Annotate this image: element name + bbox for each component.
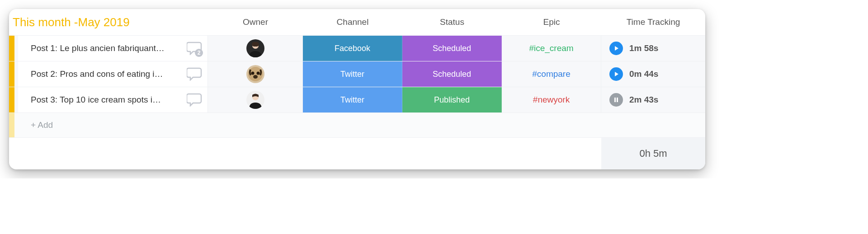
avatar: [246, 91, 264, 109]
channel-label: Twitter: [340, 70, 364, 79]
epic-label: #ice_cream: [529, 43, 573, 53]
owner-cell[interactable]: [208, 61, 303, 87]
avatar: [246, 65, 264, 83]
epic-label: #newyork: [533, 95, 570, 105]
board: This month -May 2019 Owner Channel Statu…: [9, 9, 705, 169]
time-cell: 0m 44s: [601, 61, 705, 87]
avatar: [246, 39, 264, 57]
row-color-bar: [9, 61, 14, 87]
col-header-owner[interactable]: Owner: [208, 17, 303, 27]
channel-label: Facebook: [335, 44, 370, 53]
time-value: 1m 58s: [629, 43, 658, 53]
channel-label: Twitter: [340, 95, 364, 105]
status-cell[interactable]: Published: [402, 87, 502, 112]
time-cell: 1m 58s: [601, 36, 705, 61]
name-cell[interactable]: Post 3: Top 10 ice cream spots i…: [18, 87, 208, 112]
epic-label: #compare: [532, 69, 571, 79]
col-header-time[interactable]: Time Tracking: [601, 17, 705, 27]
chat-icon[interactable]: [187, 66, 202, 82]
table-row[interactable]: Post 1: Le plus ancien fabriquant… 2 Fac…: [9, 35, 705, 61]
time-total: 0h 5m: [601, 138, 705, 169]
epic-cell[interactable]: #newyork: [502, 87, 601, 112]
status-cell[interactable]: Scheduled: [402, 61, 502, 87]
table-row[interactable]: Post 3: Top 10 ice cream spots i… Twitte…: [9, 87, 705, 112]
row-color-bar: [9, 87, 14, 112]
add-row[interactable]: + Add: [9, 112, 705, 138]
time-value: 0m 44s: [629, 69, 658, 79]
play-icon[interactable]: [609, 67, 623, 81]
svg-rect-7: [614, 98, 616, 102]
channel-cell[interactable]: Twitter: [303, 87, 402, 112]
pause-icon[interactable]: [609, 93, 623, 107]
col-header-status[interactable]: Status: [402, 17, 502, 27]
chat-icon[interactable]: [187, 92, 202, 108]
time-cell: 2m 43s: [601, 87, 705, 112]
group-title[interactable]: This month -May 2019: [9, 15, 208, 29]
svg-point-5: [253, 75, 258, 79]
status-label: Scheduled: [433, 70, 471, 79]
item-name: Post 2: Pros and cons of eating i…: [31, 69, 182, 79]
epic-cell[interactable]: #ice_cream: [502, 36, 601, 61]
header-row: This month -May 2019 Owner Channel Statu…: [9, 9, 705, 35]
item-name: Post 3: Top 10 ice cream spots i…: [31, 95, 182, 105]
row-color-bar: [9, 36, 14, 61]
owner-cell[interactable]: [208, 36, 303, 61]
svg-rect-1: [252, 42, 259, 47]
footer-row: 0h 5m: [9, 138, 705, 169]
svg-point-4: [256, 72, 259, 75]
svg-point-3: [251, 72, 254, 75]
table-row[interactable]: Post 2: Pros and cons of eating i… Twitt…: [9, 61, 705, 87]
channel-cell[interactable]: Twitter: [303, 61, 402, 87]
chat-icon[interactable]: 2: [187, 41, 202, 56]
status-label: Scheduled: [433, 44, 471, 53]
col-header-epic[interactable]: Epic: [502, 17, 601, 27]
status-cell[interactable]: Scheduled: [402, 36, 502, 61]
owner-cell[interactable]: [208, 87, 303, 112]
play-icon[interactable]: [609, 42, 623, 55]
name-cell[interactable]: Post 2: Pros and cons of eating i…: [18, 61, 208, 87]
time-value: 2m 43s: [629, 95, 658, 105]
row-color-bar: [9, 113, 14, 137]
col-header-channel[interactable]: Channel: [303, 17, 402, 27]
add-button[interactable]: + Add: [18, 120, 208, 130]
channel-cell[interactable]: Facebook: [303, 36, 402, 61]
status-label: Published: [434, 95, 470, 105]
comment-count: 2: [195, 49, 203, 57]
svg-rect-8: [617, 98, 618, 102]
epic-cell[interactable]: #compare: [502, 61, 601, 87]
name-cell[interactable]: Post 1: Le plus ancien fabriquant… 2: [18, 36, 208, 61]
item-name: Post 1: Le plus ancien fabriquant…: [31, 43, 182, 53]
